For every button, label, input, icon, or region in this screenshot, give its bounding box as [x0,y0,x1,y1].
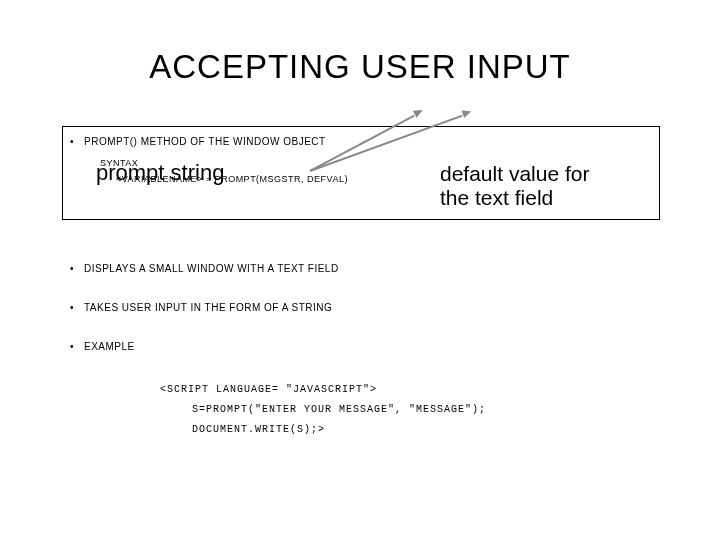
bullet-dot: • [70,263,84,274]
slide-title: ACCEPTING USER INPUT [0,48,720,86]
bullet-item: • EXAMPLE [70,341,660,352]
code-example: <SCRIPT LANGUAGE= "JAVASCRIPT"> S=PROMPT… [160,380,486,440]
bullet-item: • TAKES USER INPUT IN THE FORM OF A STRI… [70,302,660,313]
bullet-item: • DISPLAYS A SMALL WINDOW WITH A TEXT FI… [70,263,660,274]
bullet-dot: • [70,341,84,352]
bullet-dot: • [70,136,84,147]
bullet-dot: • [70,302,84,313]
slide: ACCEPTING USER INPUT • PROMPT() METHOD O… [0,0,720,540]
bullet-text: EXAMPLE [84,341,660,352]
default-value-callout: default value for the text field [440,162,610,210]
code-line: DOCUMENT.WRITE(S);> [160,420,486,440]
bullet-text: DISPLAYS A SMALL WINDOW WITH A TEXT FIEL… [84,263,660,274]
code-line: S=PROMPT("ENTER YOUR MESSAGE", "MESSAGE"… [160,400,486,420]
prompt-string-overlay: prompt string [96,160,224,186]
code-line: <SCRIPT LANGUAGE= "JAVASCRIPT"> [160,380,486,400]
bullet-text: TAKES USER INPUT IN THE FORM OF A STRING [84,302,660,313]
